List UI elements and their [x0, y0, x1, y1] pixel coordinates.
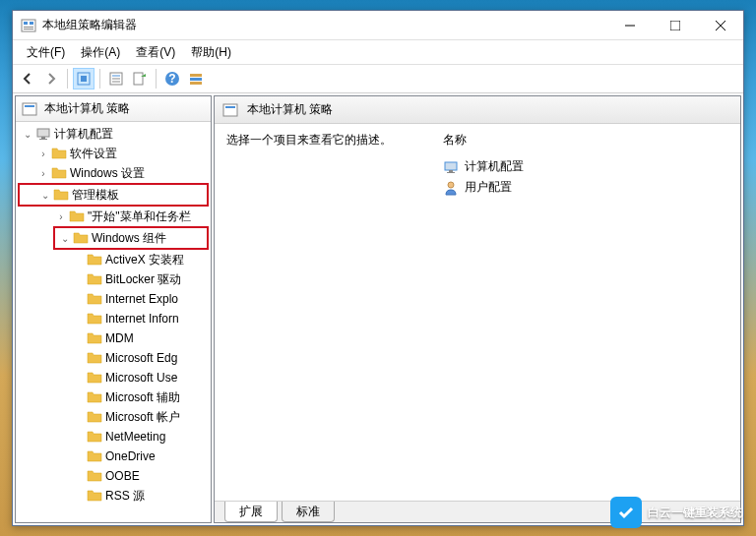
chevron-right-icon[interactable]: › — [35, 168, 51, 179]
folder-icon — [87, 448, 102, 464]
bottom-tabs: 扩展 标准 — [215, 501, 740, 522]
svg-rect-23 — [37, 129, 49, 137]
folder-icon — [87, 468, 102, 484]
tree-node-component[interactable]: RSS 源 — [18, 486, 209, 506]
folder-icon — [87, 409, 102, 425]
svg-rect-15 — [134, 73, 143, 85]
folder-icon — [53, 187, 69, 203]
toolbar: ? — [13, 64, 743, 93]
svg-rect-6 — [670, 21, 680, 30]
svg-rect-24 — [41, 137, 45, 139]
tree-node-computer-config[interactable]: ⌄ 计算机配置 — [18, 124, 209, 144]
properties-button[interactable] — [105, 68, 127, 89]
menu-help[interactable]: 帮助(H) — [183, 42, 239, 63]
tree-root-label: 本地计算机 策略 — [44, 100, 130, 117]
menubar: 文件(F) 操作(A) 查看(V) 帮助(H) — [13, 40, 743, 64]
computer-icon — [35, 126, 51, 142]
chevron-down-icon[interactable]: ⌄ — [20, 129, 35, 140]
tree-node-component[interactable]: MDM — [18, 328, 209, 348]
toolbar-separator — [99, 69, 100, 89]
svg-text:?: ? — [168, 72, 175, 86]
toolbar-separator — [67, 69, 68, 89]
svg-rect-21 — [23, 103, 36, 115]
svg-rect-4 — [24, 29, 33, 30]
tree: ⌄ 计算机配置 › 软件设置 › Windows 设置 ⌄ — [16, 122, 211, 507]
tree-header: 本地计算机 策略 — [16, 96, 211, 122]
folder-icon — [87, 311, 102, 327]
tree-node-component[interactable]: OOBE — [18, 466, 209, 486]
tree-node-component[interactable]: Microsoft Edg — [18, 348, 209, 368]
highlight-windows-components: ⌄ Windows 组件 — [53, 226, 209, 250]
menu-file[interactable]: 文件(F) — [19, 42, 73, 63]
tree-node-component[interactable]: Microsoft Use — [18, 368, 209, 387]
tree-node-component[interactable]: BitLocker 驱动 — [18, 269, 209, 289]
filter-button[interactable] — [185, 68, 207, 89]
description-column: 选择一个项目来查看它的描述。 — [226, 132, 404, 493]
tree-node-windows-components[interactable]: ⌄ Windows 组件 — [55, 228, 207, 248]
svg-rect-30 — [447, 172, 455, 173]
details-title: 本地计算机 策略 — [247, 101, 333, 118]
svg-rect-1 — [24, 22, 28, 25]
titlebar[interactable]: 本地组策略编辑器 — [13, 11, 743, 40]
app-icon — [21, 18, 36, 33]
close-button[interactable] — [698, 11, 743, 39]
chevron-right-icon[interactable]: › — [53, 211, 69, 222]
tree-node-windows-settings[interactable]: › Windows 设置 — [18, 163, 209, 183]
svg-rect-26 — [223, 104, 237, 116]
svg-rect-18 — [190, 74, 202, 77]
maximize-button[interactable] — [653, 11, 698, 39]
highlight-admin-templates: ⌄ 管理模板 — [18, 183, 209, 207]
content-area: 本地计算机 策略 ⌄ 计算机配置 › 软件设置 › Windows 设置 — [13, 93, 743, 525]
svg-rect-28 — [445, 162, 457, 170]
up-button[interactable] — [73, 68, 94, 89]
svg-rect-19 — [190, 78, 202, 81]
tree-node-component[interactable]: Internet Inforn — [18, 309, 209, 328]
chevron-right-icon[interactable]: › — [35, 149, 51, 159]
toolbar-separator — [156, 69, 157, 89]
svg-point-31 — [448, 182, 454, 188]
chevron-down-icon[interactable]: ⌄ — [57, 233, 73, 244]
help-button[interactable]: ? — [161, 68, 183, 89]
folder-icon — [87, 429, 102, 445]
folder-icon — [51, 146, 67, 161]
tree-node-component[interactable]: Internet Explo — [18, 289, 209, 309]
window-title: 本地组策略编辑器 — [42, 17, 607, 33]
tree-node-component[interactable]: Microsoft 帐户 — [18, 407, 209, 427]
svg-rect-0 — [22, 20, 35, 31]
forward-button[interactable] — [40, 68, 62, 89]
details-panel: 本地计算机 策略 选择一个项目来查看它的描述。 名称 计算机配置 用户配置 — [214, 95, 741, 523]
folder-icon — [87, 389, 102, 405]
svg-rect-22 — [25, 105, 34, 107]
user-icon — [443, 180, 459, 196]
tab-standard[interactable]: 标准 — [282, 502, 335, 522]
folder-icon — [73, 230, 89, 246]
svg-rect-29 — [449, 170, 453, 172]
tree-node-software[interactable]: › 软件设置 — [18, 144, 209, 163]
item-user-config[interactable]: 用户配置 — [443, 177, 728, 198]
tree-panel[interactable]: 本地计算机 策略 ⌄ 计算机配置 › 软件设置 › Windows 设置 — [15, 95, 212, 523]
tree-node-start-menu[interactable]: › "开始"菜单和任务栏 — [18, 207, 209, 226]
item-computer-config[interactable]: 计算机配置 — [443, 156, 728, 177]
tree-node-component[interactable]: NetMeeting — [18, 427, 209, 447]
export-button[interactable] — [129, 68, 151, 89]
folder-icon — [69, 208, 85, 224]
svg-rect-25 — [39, 139, 47, 140]
chevron-down-icon[interactable]: ⌄ — [37, 190, 53, 201]
details-header: 本地计算机 策略 — [215, 96, 740, 124]
folder-icon — [87, 252, 102, 268]
menu-view[interactable]: 查看(V) — [128, 42, 183, 63]
tree-node-component[interactable]: ActiveX 安装程 — [18, 250, 209, 269]
tab-extended[interactable]: 扩展 — [224, 502, 278, 522]
tree-node-component[interactable]: Microsoft 辅助 — [18, 387, 209, 407]
description-prompt: 选择一个项目来查看它的描述。 — [226, 132, 404, 149]
policy-icon — [22, 101, 37, 117]
minimize-button[interactable] — [607, 11, 653, 39]
name-column-header: 名称 — [443, 132, 728, 149]
details-body: 选择一个项目来查看它的描述。 名称 计算机配置 用户配置 — [215, 124, 740, 501]
tree-node-admin-templates[interactable]: ⌄ 管理模板 — [20, 185, 207, 205]
menu-action[interactable]: 操作(A) — [73, 42, 128, 63]
tree-node-component[interactable]: OneDrive — [18, 447, 209, 466]
policy-icon — [222, 102, 238, 118]
back-button[interactable] — [17, 68, 38, 89]
folder-icon — [87, 350, 102, 366]
